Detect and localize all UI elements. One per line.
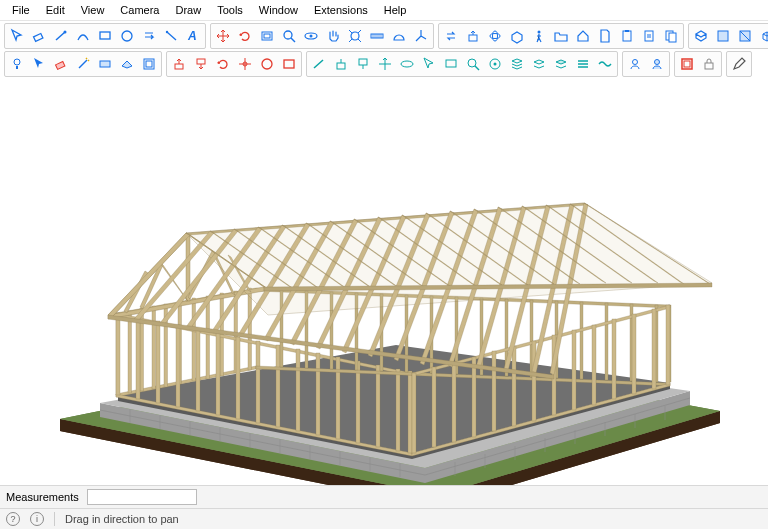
tape2-icon[interactable] xyxy=(366,25,388,47)
circle-icon[interactable] xyxy=(116,25,138,47)
menu-help[interactable]: Help xyxy=(376,2,415,18)
pushpull-icon[interactable] xyxy=(138,25,160,47)
svg-rect-8 xyxy=(264,34,270,38)
teal-layers3[interactable] xyxy=(572,53,594,75)
svg-rect-141 xyxy=(592,325,596,405)
zoom-icon[interactable] xyxy=(278,25,300,47)
menu-tools[interactable]: Tools xyxy=(209,2,251,18)
measurements-input[interactable] xyxy=(87,489,197,505)
svg-rect-36 xyxy=(284,60,294,68)
teal-orbit[interactable] xyxy=(396,53,418,75)
svg-rect-136 xyxy=(492,351,496,431)
red-orbit[interactable] xyxy=(234,53,256,75)
svg-rect-99 xyxy=(196,329,200,411)
svg-point-18 xyxy=(538,31,541,34)
teal-x[interactable] xyxy=(374,53,396,75)
svg-rect-95 xyxy=(116,313,120,395)
teal-wave[interactable] xyxy=(594,53,616,75)
help-context-icon[interactable]: ? xyxy=(6,512,20,526)
red-pushpull-d[interactable] xyxy=(190,53,212,75)
swap-icon[interactable] xyxy=(440,25,462,47)
zoom-ext-icon[interactable] xyxy=(344,25,366,47)
plane-icon[interactable] xyxy=(116,53,138,75)
axes-icon[interactable] xyxy=(410,25,432,47)
svg-text:A: A xyxy=(187,29,197,43)
red-rect[interactable] xyxy=(278,53,300,75)
line-icon[interactable] xyxy=(50,25,72,47)
select2-icon[interactable] xyxy=(28,53,50,75)
menu-edit[interactable]: Edit xyxy=(38,2,73,18)
svg-rect-102 xyxy=(256,341,260,423)
select-icon[interactable] xyxy=(6,25,28,47)
bulb-icon[interactable] xyxy=(6,53,28,75)
teal-pull[interactable] xyxy=(352,53,374,75)
teal-center[interactable] xyxy=(484,53,506,75)
orbit2-icon[interactable] xyxy=(484,25,506,47)
rotate-icon[interactable] xyxy=(234,25,256,47)
svg-rect-133 xyxy=(432,367,436,447)
teal-sel[interactable] xyxy=(418,53,440,75)
svg-rect-143 xyxy=(632,314,636,394)
svg-rect-0 xyxy=(34,33,43,41)
walk-icon[interactable] xyxy=(528,25,550,47)
svg-rect-85 xyxy=(152,306,156,389)
profile-icon[interactable] xyxy=(624,53,646,75)
paste-icon[interactable] xyxy=(616,25,638,47)
pan-icon[interactable] xyxy=(322,25,344,47)
tape-icon[interactable] xyxy=(160,25,182,47)
info-icon[interactable]: i xyxy=(30,512,44,526)
lock-icon[interactable] xyxy=(698,53,720,75)
comp-icon[interactable] xyxy=(712,25,734,47)
svg-rect-103 xyxy=(276,345,280,427)
offset2-icon[interactable] xyxy=(138,53,160,75)
pencil-icon[interactable] xyxy=(728,53,750,75)
svg-rect-142 xyxy=(612,319,616,399)
menu-draw[interactable]: Draw xyxy=(167,2,209,18)
eraser2-icon[interactable] xyxy=(50,53,72,75)
folder-icon[interactable] xyxy=(550,25,572,47)
section-icon[interactable] xyxy=(506,25,528,47)
profile2-icon[interactable] xyxy=(646,53,668,75)
menu-camera[interactable]: Camera xyxy=(112,2,167,18)
svg-rect-135 xyxy=(472,357,476,437)
teal-line[interactable] xyxy=(308,53,330,75)
pushpull2-icon[interactable] xyxy=(462,25,484,47)
orbit-icon[interactable] xyxy=(300,25,322,47)
arc-icon[interactable] xyxy=(72,25,94,47)
toolbar-row-1: A xyxy=(4,23,764,49)
eraser-icon[interactable] xyxy=(28,25,50,47)
offset-icon[interactable] xyxy=(256,25,278,47)
svg-rect-92 xyxy=(248,288,252,370)
clipboard2-icon[interactable] xyxy=(660,25,682,47)
rect2-icon[interactable] xyxy=(94,53,116,75)
cube-icon[interactable] xyxy=(756,25,768,47)
menu-file[interactable]: File xyxy=(4,2,38,18)
text-icon[interactable]: A xyxy=(182,25,204,47)
wand-icon[interactable] xyxy=(72,53,94,75)
teal-layers2[interactable] xyxy=(550,53,572,75)
red-pushpull-u[interactable] xyxy=(168,53,190,75)
clipboard-icon[interactable] xyxy=(638,25,660,47)
rect-icon[interactable] xyxy=(94,25,116,47)
menu-view[interactable]: View xyxy=(73,2,113,18)
teal-push[interactable] xyxy=(330,53,352,75)
teal-layers[interactable] xyxy=(528,53,550,75)
protractor-icon[interactable] xyxy=(388,25,410,47)
move-icon[interactable] xyxy=(212,25,234,47)
3dw-icon[interactable] xyxy=(690,25,712,47)
menu-window[interactable]: Window xyxy=(251,2,306,18)
teal-stack[interactable] xyxy=(506,53,528,75)
red-circle[interactable] xyxy=(256,53,278,75)
svg-rect-32 xyxy=(175,64,183,69)
red-rotate[interactable] xyxy=(212,53,234,75)
teal-zoom[interactable] xyxy=(462,53,484,75)
faces-icon[interactable] xyxy=(734,25,756,47)
doc-icon[interactable] xyxy=(594,25,616,47)
viewport-3d[interactable] xyxy=(0,81,768,485)
svg-rect-132 xyxy=(412,373,416,453)
menu-extensions[interactable]: Extensions xyxy=(306,2,376,18)
home-icon[interactable] xyxy=(572,25,594,47)
redbox-icon[interactable] xyxy=(676,53,698,75)
svg-rect-19 xyxy=(623,31,631,41)
teal-rect[interactable] xyxy=(440,53,462,75)
